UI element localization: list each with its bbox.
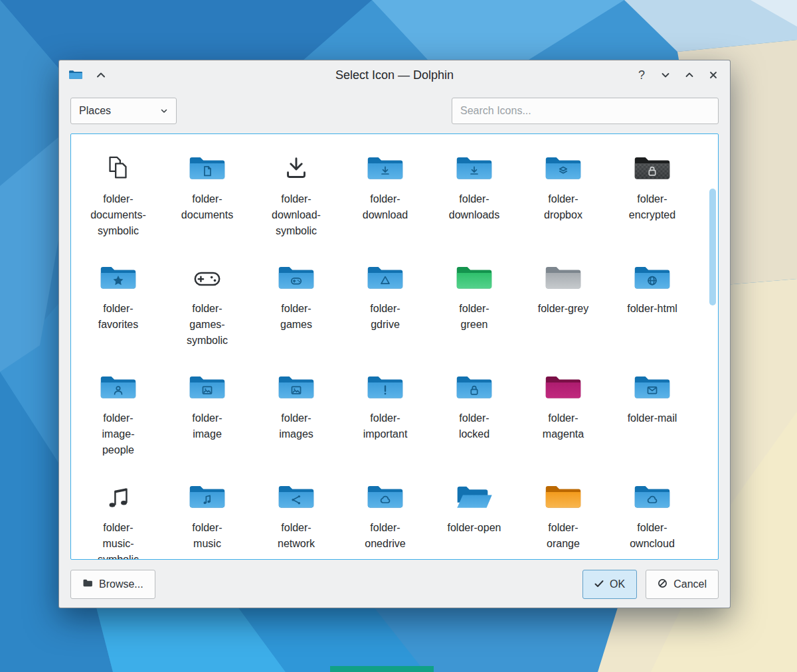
icon-label: folder-downloads — [446, 191, 502, 223]
folder-open-icon — [455, 480, 493, 513]
icon-label: folder-music — [179, 520, 235, 552]
folder-download-icon — [366, 151, 404, 185]
select-icon-dialog: Select Icon — Dolphin ? Places folder-do… — [58, 60, 731, 608]
icon-grid-item[interactable]: folder-documents-symbolic — [74, 151, 163, 261]
maximize-button[interactable] — [682, 68, 697, 82]
icon-grid-item[interactable]: folder-owncloud — [608, 480, 697, 560]
icon-grid-item[interactable]: folder-music-symbolic — [74, 480, 163, 560]
folder-music-icon — [188, 480, 226, 513]
slash-circle-icon — [658, 578, 667, 591]
folder-favorites-icon — [99, 261, 137, 294]
checkmark-icon — [594, 578, 604, 590]
icon-label: folder-image — [179, 410, 235, 442]
chevron-down-icon — [160, 107, 168, 115]
icon-grid-item[interactable]: folder-important — [341, 371, 430, 480]
folder-icon — [82, 578, 93, 590]
chevron-down-icon — [661, 70, 670, 80]
icon-view: folder-documents-symbolicfolder-document… — [70, 133, 719, 560]
icon-label: folder-html — [627, 301, 677, 317]
icon-label: folder-dropbox — [535, 191, 591, 223]
folder-mail-icon — [633, 371, 671, 404]
icon-grid-item[interactable]: folder-encrypted — [608, 151, 697, 261]
icon-label: folder-games — [268, 301, 324, 333]
icon-grid-item[interactable]: folder-documents — [163, 151, 252, 261]
titlebar[interactable]: Select Icon — Dolphin ? — [59, 60, 730, 90]
icon-label: folder-music-symbolic — [90, 520, 146, 560]
icon-label: folder-important — [357, 410, 413, 442]
folder-network-icon — [277, 480, 315, 513]
icon-label: folder-orange — [535, 520, 591, 552]
icon-label: folder-encrypted — [624, 191, 680, 223]
icon-grid-item[interactable]: folder-network — [252, 480, 341, 560]
icon-context-combobox[interactable]: Places — [70, 98, 177, 124]
icon-grid-item[interactable]: folder-onedrive — [341, 480, 430, 560]
icon-grid-item[interactable]: folder-mail — [608, 371, 697, 480]
icon-grid-item[interactable]: folder-images — [252, 371, 341, 480]
folder-games-symbolic-icon — [192, 261, 222, 294]
folder-download-symbolic-icon — [281, 151, 311, 185]
minimize-button[interactable] — [658, 68, 673, 82]
icon-label: folder-magenta — [535, 410, 591, 442]
ok-button-label: OK — [610, 578, 625, 590]
icon-grid-item[interactable]: folder-download — [341, 151, 430, 261]
icon-grid-item[interactable]: folder-favorites — [74, 261, 163, 371]
icon-grid-item[interactable]: folder-download-symbolic — [252, 151, 341, 261]
browse-button-label: Browse... — [99, 578, 143, 590]
icon-grid-item[interactable]: folder-open — [430, 480, 519, 560]
chevron-up-icon[interactable] — [94, 68, 108, 82]
icon-label: folder-owncloud — [624, 520, 680, 552]
folder-green-icon — [455, 261, 493, 294]
folder-html-icon — [633, 261, 671, 294]
icon-grid: folder-documents-symbolicfolder-document… — [71, 134, 718, 560]
icon-grid-item[interactable]: folder-music — [163, 480, 252, 560]
folder-owncloud-icon — [633, 480, 671, 513]
folder-orange-icon — [544, 480, 582, 513]
icon-grid-item[interactable]: folder-orange — [519, 480, 608, 560]
search-icons-input[interactable] — [452, 98, 719, 124]
close-button[interactable] — [706, 68, 721, 82]
icon-grid-item[interactable]: folder-magenta — [519, 371, 608, 480]
folder-images-icon — [277, 371, 315, 404]
icon-grid-item[interactable]: folder-grey — [519, 261, 608, 371]
icon-label: folder-games-symbolic — [179, 301, 235, 349]
icon-grid-item[interactable]: folder-games — [252, 261, 341, 371]
ok-button[interactable]: OK — [582, 570, 637, 599]
icon-grid-item[interactable]: folder-downloads — [430, 151, 519, 261]
window-title: Select Icon — Dolphin — [59, 68, 730, 82]
combobox-value: Places — [79, 105, 111, 117]
icon-label: folder-grey — [538, 301, 588, 317]
chevron-up-icon — [685, 70, 694, 80]
icon-grid-item[interactable]: folder-image-people — [74, 371, 163, 480]
browse-button[interactable]: Browse... — [70, 570, 155, 599]
folder-image-icon — [188, 371, 226, 404]
icon-label: folder-images — [268, 410, 324, 442]
folder-locked-icon — [455, 371, 493, 404]
icon-grid-item[interactable]: folder-dropbox — [519, 151, 608, 261]
icon-label: folder-gdrive — [357, 301, 413, 333]
icon-grid-item[interactable]: folder-html — [608, 261, 697, 371]
icon-label: folder-network — [268, 520, 324, 552]
help-button[interactable]: ? — [634, 68, 649, 82]
folder-magenta-icon — [544, 371, 582, 404]
folder-encrypted-icon — [633, 151, 671, 185]
vertical-scrollbar-thumb[interactable] — [709, 189, 716, 305]
icon-grid-item[interactable]: folder-gdrive — [341, 261, 430, 371]
icon-grid-item[interactable]: folder-green — [430, 261, 519, 371]
icon-grid-item[interactable]: folder-games-symbolic — [163, 261, 252, 371]
cancel-button[interactable]: Cancel — [646, 570, 719, 599]
icon-label: folder-documents — [179, 191, 235, 223]
folder-dropbox-icon — [544, 151, 582, 185]
icon-label: folder-onedrive — [357, 520, 413, 552]
icon-label: folder-favorites — [90, 301, 146, 333]
folder-gdrive-icon — [366, 261, 404, 294]
icon-grid-item[interactable]: folder-locked — [430, 371, 519, 480]
x-close-icon — [709, 70, 718, 80]
window-folder-icon — [68, 68, 83, 82]
icon-grid-item[interactable]: folder-image — [163, 371, 252, 480]
icon-label: folder-open — [448, 520, 501, 536]
folder-games-icon — [277, 261, 315, 294]
icon-label: folder-documents-symbolic — [90, 191, 146, 239]
folder-downloads-icon — [455, 151, 493, 185]
folder-image-people-icon — [99, 371, 137, 404]
dialog-footer: Browse... OK Cancel — [59, 570, 730, 599]
